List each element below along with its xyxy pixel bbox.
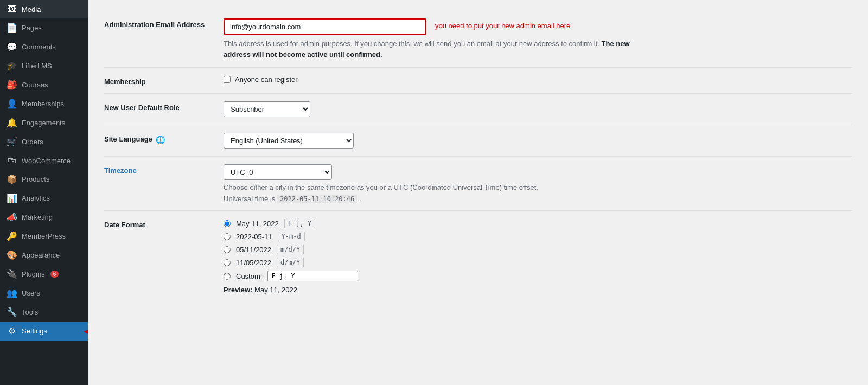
- date-format-radio-2[interactable]: [224, 246, 231, 253]
- universal-time-prefix: Universal time is: [224, 195, 275, 203]
- email-hint: you need to put your new admin email her…: [435, 18, 570, 30]
- email-input-container: [224, 18, 426, 35]
- sidebar-item-products[interactable]: 📦 Products: [0, 170, 88, 189]
- pages-icon: 📄: [7, 23, 17, 33]
- anyone-can-register-checkbox[interactable]: [224, 76, 231, 83]
- date-format-row-4: Custom:: [224, 271, 852, 281]
- sidebar-item-marketing[interactable]: 📣 Marketing: [0, 208, 88, 227]
- woocommerce-icon: 🛍: [7, 156, 17, 165]
- universal-time-row: Universal time is 2022-05-11 10:20:46 .: [224, 195, 852, 203]
- date-format-code-1: Y-m-d: [278, 232, 305, 241]
- timezone-control: UTC+0 Choose either a city in the same t…: [224, 164, 852, 203]
- sidebar-item-courses[interactable]: 🎒 Courses: [0, 75, 88, 94]
- date-format-label-2: 05/11/2022: [236, 246, 271, 254]
- sidebar-item-media[interactable]: 🖼 Media: [0, 0, 88, 18]
- sidebar-item-tools[interactable]: 🔧 Tools: [0, 303, 88, 322]
- sidebar-item-users[interactable]: 👥 Users: [0, 284, 88, 303]
- date-format-label-0: May 11, 2022: [236, 220, 279, 228]
- date-format-radio-4[interactable]: [224, 273, 231, 280]
- email-input[interactable]: [225, 20, 425, 34]
- orders-icon: 🛒: [7, 137, 17, 147]
- date-format-row-3: 11/05/2022 d/m/Y: [224, 258, 852, 267]
- sidebar-label-marketing: Marketing: [22, 213, 53, 221]
- appearance-icon: 🎨: [7, 250, 17, 260]
- date-format-radio-0[interactable]: [224, 220, 231, 227]
- sidebar-label-lifterlms: LifterLMS: [22, 62, 52, 70]
- sidebar-label-courses: Courses: [22, 81, 48, 89]
- media-icon: 🖼: [7, 4, 17, 14]
- sidebar-item-comments[interactable]: 💬 Comments: [0, 37, 88, 56]
- membership-control: Anyone can register: [224, 75, 852, 84]
- sidebar-item-lifterlms[interactable]: 🎓 LifterLMS: [0, 56, 88, 75]
- sidebar-label-products: Products: [22, 175, 49, 183]
- timezone-select[interactable]: UTC+0: [224, 164, 332, 180]
- new-user-role-select[interactable]: Subscriber Contributor Author Editor Adm…: [224, 101, 310, 117]
- date-format-radio-1[interactable]: [224, 233, 231, 240]
- date-format-code-3: d/m/Y: [277, 258, 304, 267]
- plugins-icon: 🔌: [7, 269, 17, 279]
- sidebar-item-pages[interactable]: 📄 Pages: [0, 18, 88, 37]
- users-icon: 👥: [7, 288, 17, 298]
- timezone-label: Timezone: [104, 164, 224, 175]
- date-format-options: May 11, 2022 F j, Y 2022-05-11 Y-m-d 05/…: [224, 219, 852, 281]
- date-format-radio-3[interactable]: [224, 259, 231, 266]
- date-format-row: Date Format May 11, 2022 F j, Y 2022-05-…: [104, 211, 852, 301]
- email-control: you need to put your new admin email her…: [224, 18, 852, 60]
- sidebar-label-memberships: Memberships: [22, 100, 64, 108]
- sidebar-label-settings: Settings: [22, 327, 47, 335]
- sidebar-item-plugins[interactable]: 🔌 Plugins 6: [0, 265, 88, 284]
- date-format-control: May 11, 2022 F j, Y 2022-05-11 Y-m-d 05/…: [224, 219, 852, 294]
- sidebar-item-settings[interactable]: ⚙ Settings: [0, 322, 88, 341]
- tools-icon: 🔧: [7, 307, 17, 317]
- sidebar-label-users: Users: [22, 289, 40, 297]
- membership-label: Membership: [104, 75, 224, 86]
- new-user-role-row: New User Default Role Subscriber Contrib…: [104, 94, 852, 125]
- language-icon: 🌐: [156, 136, 165, 144]
- custom-date-format-input[interactable]: [267, 271, 358, 281]
- engagements-icon: 🔔: [7, 118, 17, 128]
- sidebar-item-woocommerce[interactable]: 🛍 WooCommerce: [0, 151, 88, 170]
- sidebar-label-memberpress: MemberPress: [22, 232, 66, 240]
- sidebar-label-plugins: Plugins: [22, 270, 45, 278]
- email-desc-normal: This address is used for admin purposes.…: [224, 40, 599, 48]
- sidebar-item-memberpress[interactable]: 🔑 MemberPress: [0, 227, 88, 246]
- sidebar-label-orders: Orders: [22, 138, 43, 146]
- date-format-row-2: 05/11/2022 m/d/Y: [224, 245, 852, 254]
- site-language-label: Site Language 🌐: [104, 133, 224, 144]
- email-row-wrapper: you need to put your new admin email her…: [224, 18, 852, 35]
- email-desc: This address is used for admin purposes.…: [224, 39, 647, 60]
- email-label: Administration Email Address: [104, 18, 224, 29]
- memberships-icon: 👤: [7, 99, 17, 109]
- sidebar-item-orders[interactable]: 🛒 Orders: [0, 132, 88, 151]
- date-format-label-3: 11/05/2022: [236, 259, 271, 267]
- sidebar-item-engagements[interactable]: 🔔 Engagements: [0, 113, 88, 132]
- products-icon: 📦: [7, 174, 17, 184]
- sidebar-label-engagements: Engagements: [22, 119, 65, 127]
- membership-checkbox-text: Anyone can register: [235, 75, 298, 84]
- settings-icon: ⚙: [7, 326, 17, 336]
- site-language-select[interactable]: English (United States): [224, 133, 354, 149]
- email-address-row: Administration Email Address you need to…: [104, 11, 852, 68]
- main-content: Administration Email Address you need to…: [88, 0, 868, 385]
- date-format-label-4: Custom:: [236, 272, 262, 280]
- sidebar-label-analytics: Analytics: [22, 194, 50, 202]
- sidebar-item-memberships[interactable]: 👤 Memberships: [0, 94, 88, 113]
- marketing-icon: 📣: [7, 212, 17, 222]
- universal-time-value: 2022-05-11 10:20:46: [277, 195, 357, 203]
- membership-row: Membership Anyone can register: [104, 68, 852, 94]
- preview-value: May 11, 2022: [254, 286, 297, 294]
- sidebar-item-analytics[interactable]: 📊 Analytics: [0, 189, 88, 208]
- sidebar-label-pages: Pages: [22, 24, 42, 32]
- sidebar-label-media: Media: [22, 5, 41, 14]
- new-user-role-control: Subscriber Contributor Author Editor Adm…: [224, 101, 852, 117]
- site-language-row: Site Language 🌐 English (United States): [104, 125, 852, 157]
- membership-checkbox-label[interactable]: Anyone can register: [224, 75, 852, 84]
- sidebar-item-appearance[interactable]: 🎨 Appearance: [0, 246, 88, 265]
- lifterlms-icon: 🎓: [7, 61, 17, 71]
- sidebar-label-woocommerce: WooCommerce: [22, 157, 71, 165]
- sidebar: 🖼 Media 📄 Pages 💬 Comments 🎓 LifterLMS 🎒…: [0, 0, 88, 385]
- date-format-label-1: 2022-05-11: [236, 233, 272, 241]
- date-format-code-2: m/d/Y: [277, 245, 304, 254]
- sidebar-label-appearance: Appearance: [22, 251, 60, 259]
- comments-icon: 💬: [7, 42, 17, 52]
